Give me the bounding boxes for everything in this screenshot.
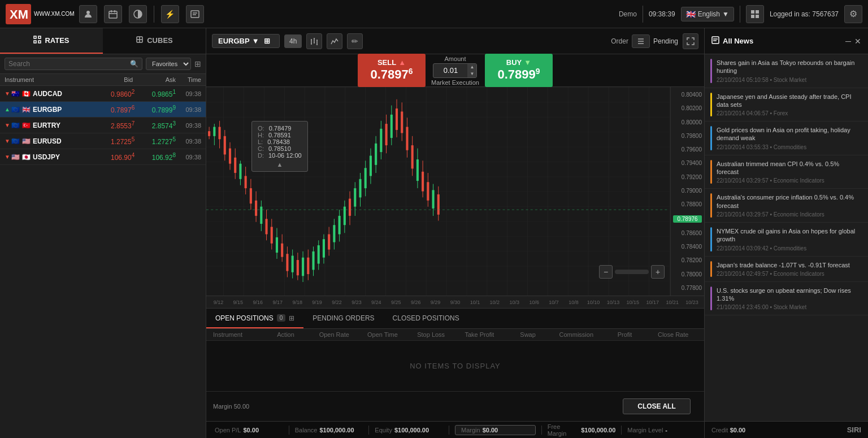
svg-rect-66 — [224, 136, 226, 155]
tab-closed-positions[interactable]: CLOSED POSITIONS — [384, 309, 468, 328]
balance-value: $100,000.00 — [319, 427, 354, 433]
news-item[interactable]: Shares gain in Asia as Tokyo rebounds on… — [705, 54, 868, 88]
instrument-name: 🇺🇸🇯🇵 USDJPY — [11, 153, 94, 161]
time-tick: 9/12 — [209, 300, 228, 305]
language-label: English — [698, 10, 720, 18]
time-tick: 9/26 — [406, 300, 426, 305]
news-content: Australian trimmed mean CPI 0.4% vs. 0.5… — [717, 160, 862, 184]
search-input[interactable] — [8, 60, 130, 68]
zoom-in-button[interactable]: + — [651, 265, 665, 279]
amount-down-button[interactable]: ▼ — [467, 71, 476, 77]
news-tool-icon[interactable] — [186, 5, 204, 23]
sell-arrow-icon: ▲ — [398, 58, 406, 67]
news-meta: 22/10/2014 03:29:57 • Economic Indicator… — [717, 211, 862, 218]
flag-tr: 🇹🇷 — [22, 122, 31, 129]
instrument-ask: 0.98651 — [134, 89, 176, 98]
flag-jp: 🇯🇵 — [22, 153, 31, 161]
instrument-name: 🇪🇺🇬🇧 EURGBP — [11, 106, 94, 114]
tab-open-positions[interactable]: OPEN POSITIONS 0 ⊞ — [206, 309, 303, 328]
news-minimize-icon[interactable]: ─ — [845, 37, 851, 46]
logo-subtext: WWW.XM.COM — [34, 11, 75, 17]
news-item[interactable]: Japan's trade balance -1.07T vs. -0.91T … — [705, 257, 868, 282]
time-tick: 9/16 — [248, 300, 268, 305]
settings-icon[interactable]: ⚙ — [844, 5, 862, 23]
news-headline: Australia's consumer price inflation 0.5… — [717, 193, 862, 210]
positions-tabs: OPEN POSITIONS 0 ⊞ PENDING ORDERS CLOSED… — [206, 309, 704, 329]
favorites-select[interactable]: Favorites — [146, 58, 191, 70]
chart-bars-icon[interactable] — [306, 33, 322, 49]
table-row[interactable]: ▼ 🇦🇺🇨🇦 AUDCAD 0.98602 0.98651 09:38 — [0, 86, 206, 102]
news-item[interactable]: Japanese yen and Aussie steady after tra… — [705, 88, 868, 122]
time-display: 09:38:39 — [649, 10, 675, 18]
symbol-selector[interactable]: EURGBP ▼ ⊞ — [212, 34, 280, 48]
tooltip-h-label: H: — [258, 132, 264, 138]
sell-button[interactable]: SELL ▲ 0.78976 — [358, 54, 426, 86]
calendar-icon[interactable] — [104, 5, 122, 23]
close-all-button[interactable]: CLOSE ALL — [623, 398, 691, 414]
col-instrument[interactable]: Instrument — [5, 76, 90, 83]
expand-icon: ⊞ — [264, 37, 270, 45]
order-type-selector[interactable] — [632, 34, 650, 48]
news-meta: 22/10/2014 02:49:57 • Economic Indicator… — [717, 271, 862, 277]
news-content: Australia's consumer price inflation 0.5… — [717, 193, 862, 218]
chart-area: EURGBP ▼ ⊞ 4h ✏ Order Pending — [206, 28, 704, 438]
tab-cubes[interactable]: CUBES — [103, 28, 206, 54]
lightning-icon[interactable]: ⚡ — [161, 5, 179, 23]
news-item[interactable]: Gold prices down in Asia on profit takin… — [705, 122, 868, 155]
zoom-controls: − + — [599, 265, 665, 279]
col-take-profit: Take Profit — [455, 331, 504, 338]
account-icon[interactable] — [79, 5, 97, 23]
table-row[interactable]: ▼ 🇺🇸🇯🇵 USDJPY 106.904 106.928 09:38 — [0, 149, 206, 165]
news-headline: Australian trimmed mean CPI 0.4% vs. 0.5… — [717, 160, 862, 176]
time-tick: 9/22 — [327, 300, 347, 305]
amount-input[interactable] — [433, 64, 467, 77]
language-selector[interactable]: 🇬🇧 English ▼ — [681, 7, 734, 21]
theme-icon[interactable] — [129, 5, 147, 23]
news-item[interactable]: U.S. stocks surge on upbeat earnings; Do… — [705, 282, 868, 316]
search-icon: 🔍 — [130, 60, 138, 68]
price-axis: 0.80400 0.80200 0.80000 0.79800 0.79600 … — [670, 87, 704, 296]
instrument-bid: 1.27255 — [94, 136, 135, 146]
zoom-out-button[interactable]: − — [599, 265, 613, 279]
table-row[interactable]: ▼ 🇪🇺🇺🇸 EURUSD 1.27255 1.27275 09:38 — [0, 133, 206, 149]
open-pl-value: $0.00 — [243, 427, 259, 433]
grid-icon: ⊞ — [289, 314, 294, 322]
svg-rect-80 — [260, 207, 262, 224]
fullscreen-button[interactable] — [683, 33, 698, 49]
news-content: U.S. stocks surge on upbeat earnings; Do… — [717, 287, 862, 311]
logo-icon: XM — [6, 4, 31, 24]
user-info: Logged in as: 7567637 — [770, 10, 839, 18]
timeframe-4h[interactable]: 4h — [284, 34, 302, 48]
news-title-text: All News — [723, 37, 753, 45]
time-tick: 10/3 — [505, 300, 524, 305]
news-meta: 22/10/2014 03:55:33 • Commodities — [717, 144, 862, 150]
table-row[interactable]: ▲ 🇪🇺🇬🇧 EURGBP 0.78976 0.78999 09:38 — [0, 102, 206, 118]
svg-rect-78 — [255, 201, 257, 216]
news-headline: Japan's trade balance -1.07T vs. -0.91T … — [717, 261, 862, 269]
news-item[interactable]: Australia's consumer price inflation 0.5… — [705, 189, 868, 223]
tab-pending-orders[interactable]: PENDING ORDERS — [303, 309, 383, 328]
amount-up-button[interactable]: ▲ — [467, 64, 476, 71]
news-close-icon[interactable]: ✕ — [854, 37, 861, 46]
svg-rect-106 — [328, 234, 330, 249]
chart-type-icon[interactable] — [327, 33, 342, 49]
svg-rect-144 — [427, 182, 429, 201]
buy-button[interactable]: BUY ▼ 0.78999 — [485, 54, 553, 86]
news-item[interactable]: NYMEX crude oil gains in Asia on hopes f… — [705, 223, 868, 257]
price-tick: 0.80400 — [673, 92, 702, 98]
col-close-rate: Close Rate — [649, 331, 697, 338]
chart-canvas[interactable]: O: 0.78479 H: 0.78591 L: 0.78438 C: 0.78… — [206, 87, 704, 296]
tab-rates[interactable]: RATES — [0, 28, 103, 54]
flag-eu3: 🇪🇺 — [11, 137, 20, 145]
stat-margin: Margin $0.00 — [455, 425, 536, 435]
zoom-slider[interactable] — [615, 270, 649, 274]
table-row[interactable]: ▼ 🇪🇺🇹🇷 EURTRY 2.85537 2.85743 09:38 — [0, 118, 206, 133]
pending-label: Pending — [653, 37, 678, 45]
search-input-wrap[interactable]: 🔍 — [5, 58, 142, 70]
chart-view-icon[interactable] — [746, 5, 764, 23]
news-item[interactable]: Australian trimmed mean CPI 0.4% vs. 0.5… — [705, 155, 868, 189]
grid-view-icon[interactable]: ⊞ — [194, 59, 201, 68]
draw-tool-icon[interactable]: ✏ — [347, 33, 363, 49]
news-content: Gold prices down in Asia on profit takin… — [717, 126, 862, 150]
arrow-down-icon: ▼ — [5, 122, 11, 128]
